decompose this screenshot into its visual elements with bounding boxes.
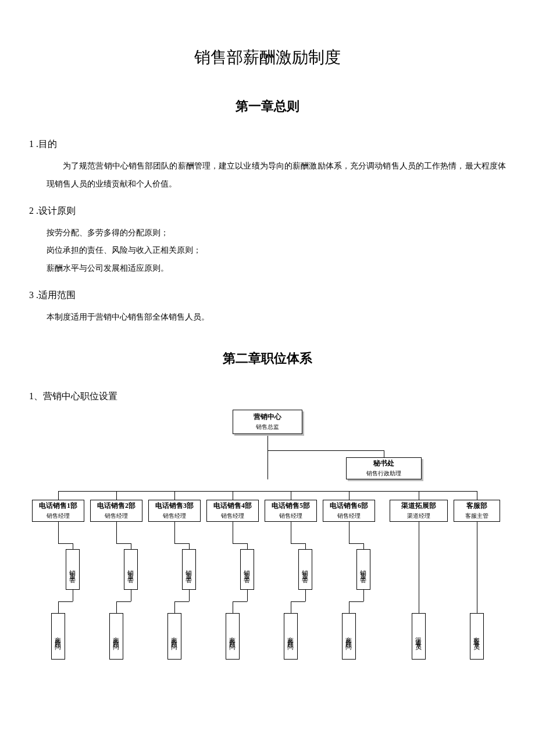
- sec2-line2: 岗位承担的责任、风险与收入正相关原则；: [47, 242, 506, 260]
- org-row-sub: 销售经理: [279, 512, 302, 520]
- org-bottom-box: 客服专员: [470, 613, 484, 660]
- org-mid-box: 销售主管: [356, 549, 370, 590]
- org-bottom-box: 商务顾问: [226, 613, 240, 660]
- org-row-title: 电话销售3部: [155, 501, 194, 511]
- org-row-sub: 销售经理: [221, 512, 244, 520]
- sec3-heading: 3 .适用范围: [29, 289, 506, 302]
- chapter2-title: 第二章职位体系: [29, 350, 506, 367]
- org-bottom-box: 商务顾问: [109, 613, 123, 660]
- org-secretary-box: 秘书处 销售行政助理: [346, 457, 422, 479]
- org-row-box: 客服部 客服主管: [454, 500, 500, 522]
- org-row-title: 电话销售2部: [97, 501, 135, 511]
- org-row-box: 电话销售2部 销售经理: [90, 500, 142, 522]
- org-bottom-box: 商务顾问: [342, 613, 356, 660]
- org-top-sub: 销售总监: [256, 423, 279, 431]
- org-secretary-title: 秘书处: [373, 458, 394, 468]
- org-row-sub: 销售经理: [163, 512, 186, 520]
- chapter1-title: 第一章总则: [29, 98, 506, 115]
- org-row-title: 电话销售6部: [330, 501, 368, 511]
- org-top-title: 营销中心: [254, 412, 281, 422]
- doc-title: 销售部薪酬激励制度: [29, 46, 506, 69]
- org-row-box: 渠道拓展部 渠道经理: [390, 500, 448, 522]
- org-bottom-box: 渠道专员: [412, 613, 426, 660]
- org-mid-box: 销售主管: [66, 549, 80, 590]
- org-row-title: 渠道拓展部: [401, 501, 436, 511]
- org-top-box: 营销中心 销售总监: [233, 410, 302, 434]
- org-row-sub: 销售经理: [337, 512, 361, 520]
- org-mid-box: 销售主管: [124, 549, 138, 590]
- org-row-sub: 渠道经理: [407, 512, 430, 520]
- org-row-box: 电话销售1部 销售经理: [32, 500, 84, 522]
- sec3-body: 本制度适用于营销中心销售部全体销售人员。: [47, 309, 506, 327]
- org-row-sub: 客服主管: [465, 512, 488, 520]
- org-row-box: 电话销售4部 销售经理: [206, 500, 259, 522]
- org-chart: 营销中心 销售总监 秘书处 销售行政助理 电话销售1部 销售经理 销售主管 商务…: [29, 410, 506, 677]
- sec1-heading: 1 .目的: [29, 138, 506, 151]
- sec1-body: 为了规范营销中心销售部团队的薪酬管理，建立以业绩为导向的薪酬激励体系，充分调动销…: [47, 157, 506, 194]
- org-bottom-box: 商务顾问: [167, 613, 181, 660]
- org-mid-box: 销售主管: [182, 549, 196, 590]
- org-row-title: 电话销售1部: [39, 501, 77, 511]
- sec2-line3: 薪酬水平与公司发展相适应原则。: [47, 260, 506, 278]
- org-row-box: 电话销售3部 销售经理: [148, 500, 201, 522]
- org-secretary-sub: 销售行政助理: [366, 470, 401, 478]
- sec2-line1: 按劳分配、多劳多得的分配原则；: [47, 224, 506, 242]
- org-mid-box: 销售主管: [298, 549, 312, 590]
- org-row-sub: 销售经理: [105, 512, 128, 520]
- org-row-title: 客服部: [466, 501, 487, 511]
- org-bottom-box: 商务顾问: [284, 613, 298, 660]
- org-row-title: 电话销售5部: [272, 501, 310, 511]
- sec-positions-heading: 1、营销中心职位设置: [29, 390, 506, 403]
- sec2-heading: 2 .设计原则: [29, 205, 506, 217]
- org-row-box: 电话销售5部 销售经理: [265, 500, 317, 522]
- org-bottom-box: 商务顾问: [51, 613, 65, 660]
- org-mid-box: 销售主管: [240, 549, 254, 590]
- org-row-sub: 销售经理: [47, 512, 70, 520]
- org-row-box: 电话销售6部 销售经理: [323, 500, 375, 522]
- org-row-title: 电话销售4部: [213, 501, 252, 511]
